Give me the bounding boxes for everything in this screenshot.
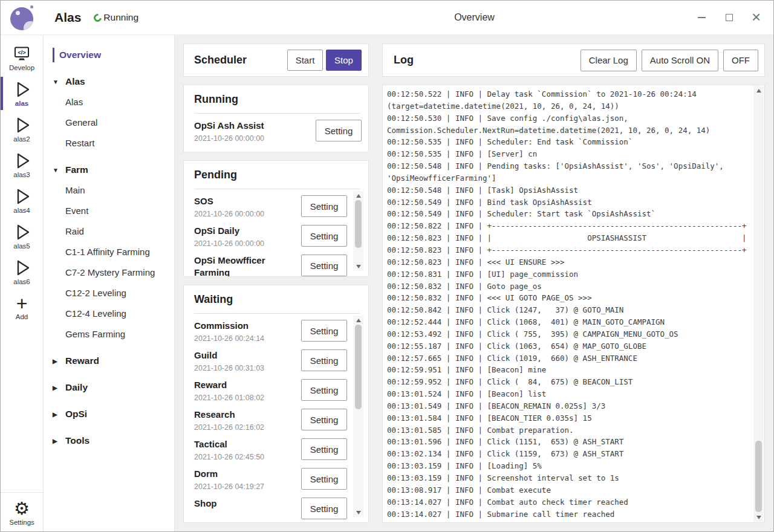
rail-develop-label: Develop <box>9 64 34 71</box>
nav-item-alas[interactable]: Alas <box>44 92 174 112</box>
scroll-up-arrow-icon[interactable] <box>753 86 764 95</box>
task-setting-button[interactable]: Setting <box>301 255 347 276</box>
nav-section-reward[interactable]: ▶Reward <box>44 351 174 371</box>
task-time: 2021-10-26 00:00:00 <box>194 239 296 248</box>
task-info: Reward2021-10-26 01:08:02 <box>194 379 301 403</box>
task-row: Guild2021-10-26 00:31:03Setting <box>194 343 347 373</box>
log-output: 00:12:50.522 | INFO | Delay task `Commis… <box>387 88 749 520</box>
task-setting-button[interactable]: Setting <box>301 225 347 247</box>
rail-instance-alas2[interactable]: alas2 <box>1 111 43 147</box>
task-name: Shop <box>194 498 296 510</box>
waiting-card: Waiting Commission2021-10-26 00:24:14Set… <box>183 285 369 523</box>
nav-item-main[interactable]: Main <box>44 180 174 201</box>
task-time: 2021-10-26 00:00:00 <box>194 210 296 219</box>
clear-log-button[interactable]: Clear Log <box>580 50 637 71</box>
close-button[interactable]: × <box>743 1 770 34</box>
app-title: Alas <box>54 10 81 25</box>
nav-item-overview[interactable]: Overview <box>44 45 174 65</box>
log-scrollbar[interactable] <box>753 86 764 522</box>
scroll-down-arrow-icon[interactable] <box>353 262 363 271</box>
pending-card: Pending SOS2021-10-26 00:00:00SettingOpS… <box>183 160 369 277</box>
task-info: Tactical2021-10-26 02:45:50 <box>194 438 301 462</box>
task-name: Guild <box>194 349 296 362</box>
nav-section-alas[interactable]: ▼Alas <box>44 71 174 92</box>
logo-blob <box>10 7 33 30</box>
nav-item-restart[interactable]: Restart <box>44 133 174 154</box>
nav-item-gems-farming[interactable]: Gems Farming <box>44 324 174 345</box>
task-time: 2021-10-26 04:19:27 <box>194 482 296 491</box>
app-window: Alas Running Overview × </> Develop alas… <box>0 0 774 532</box>
task-setting-button[interactable]: Setting <box>301 320 347 342</box>
rail-add-button[interactable]: + Add <box>1 290 43 325</box>
rail-instance-label: alas2 <box>13 135 30 143</box>
nav-item-general[interactable]: General <box>44 112 174 133</box>
task-name: Commission <box>194 320 296 332</box>
nav-item-event[interactable]: Event <box>44 201 174 221</box>
scroll-up-arrow-icon[interactable] <box>353 191 363 200</box>
rail-instance-alas4[interactable]: alas4 <box>1 183 43 218</box>
rail-settings-button[interactable]: ⚙ Settings <box>1 493 43 531</box>
task-setting-button[interactable]: Setting <box>301 349 347 371</box>
task-info: Commission2021-10-26 00:24:14 <box>194 320 301 343</box>
nav-item-c12-4-leveling[interactable]: C12-4 Leveling <box>44 303 174 324</box>
running-spinner-icon <box>93 12 103 23</box>
nav-section-tools[interactable]: ▶Tools <box>44 430 174 451</box>
app-logo-icon <box>10 5 35 30</box>
play-icon <box>12 151 31 170</box>
task-setting-button[interactable]: Setting <box>301 498 347 519</box>
gear-icon: ⚙ <box>14 499 30 518</box>
nav-section-daily[interactable]: ▶Daily <box>44 377 174 398</box>
stop-button[interactable]: Stop <box>326 50 362 71</box>
nav-item-c1-1-affinity-farming[interactable]: C1-1 Affinity Farming <box>44 242 174 262</box>
scroll-up-arrow-icon[interactable] <box>353 316 363 325</box>
task-info: OpSi Daily2021-10-26 00:00:00 <box>194 225 301 248</box>
task-row: SOS2021-10-26 00:00:00Setting <box>194 189 347 219</box>
rail-develop[interactable]: </> Develop <box>1 40 43 76</box>
develop-icon: </> <box>12 44 31 63</box>
scrollbar-thumb[interactable] <box>355 325 362 409</box>
scheduler-column: Scheduler Start Stop Running OpSi Ash As… <box>175 35 375 531</box>
task-setting-button[interactable]: Setting <box>301 468 347 490</box>
task-setting-button[interactable]: Setting <box>301 438 347 460</box>
rail-instance-alas[interactable]: alas <box>1 76 43 111</box>
start-button[interactable]: Start <box>287 50 323 71</box>
play-icon <box>12 187 31 206</box>
scrollbar-thumb[interactable] <box>355 200 362 248</box>
task-info: Guild2021-10-26 00:31:03 <box>194 349 301 373</box>
chevron-right-icon: ▶ <box>53 384 65 391</box>
rail-instance-alas5[interactable]: alas5 <box>1 218 43 254</box>
autoscroll-off-button[interactable]: OFF <box>723 50 758 71</box>
nav-section-label: OpSi <box>65 409 87 420</box>
task-setting-button[interactable]: Setting <box>301 409 347 430</box>
chevron-down-icon: ▼ <box>53 167 65 174</box>
task-row: OpSi Ash Assist2021-10-26 00:00:00Settin… <box>194 114 362 143</box>
chevron-right-icon: ▶ <box>53 411 65 418</box>
task-setting-button[interactable]: Setting <box>301 195 347 217</box>
nav-item-raid[interactable]: Raid <box>44 221 174 242</box>
task-setting-button[interactable]: Setting <box>316 120 362 141</box>
scroll-down-arrow-icon[interactable] <box>753 513 764 522</box>
rail-instance-alas6[interactable]: alas6 <box>1 254 43 290</box>
minimize-button[interactable] <box>688 1 715 34</box>
nav-item-c12-2-leveling[interactable]: C12-2 Leveling <box>44 283 174 303</box>
autoscroll-on-button[interactable]: Auto Scroll ON <box>642 50 718 71</box>
waiting-scrollbar[interactable] <box>353 316 363 517</box>
nav-item-c7-2-mystery-farming[interactable]: C7-2 Mystery Farming <box>44 262 174 283</box>
task-info: OpSi Meowfficer Farming <box>194 255 301 277</box>
task-time: 2021-10-26 00:24:14 <box>194 334 296 343</box>
nav-section-farm[interactable]: ▼Farm <box>44 160 174 180</box>
rail-instance-label: alas3 <box>13 171 30 178</box>
task-name: Dorm <box>194 468 296 480</box>
scroll-down-arrow-icon[interactable] <box>353 508 363 517</box>
rail-instance-alas3[interactable]: alas3 <box>1 147 43 183</box>
task-setting-button[interactable]: Setting <box>301 379 347 401</box>
pending-scrollbar[interactable] <box>353 191 363 271</box>
scrollbar-thumb[interactable] <box>755 441 762 512</box>
rail-instance-label: alas6 <box>13 278 30 285</box>
nav-section-label: Daily <box>65 382 88 393</box>
rail-settings-label: Settings <box>9 519 34 526</box>
maximize-button[interactable] <box>715 1 743 34</box>
nav-section-opsi[interactable]: ▶OpSi <box>44 404 174 424</box>
task-info: Shop <box>194 498 301 510</box>
close-icon: × <box>752 9 761 25</box>
